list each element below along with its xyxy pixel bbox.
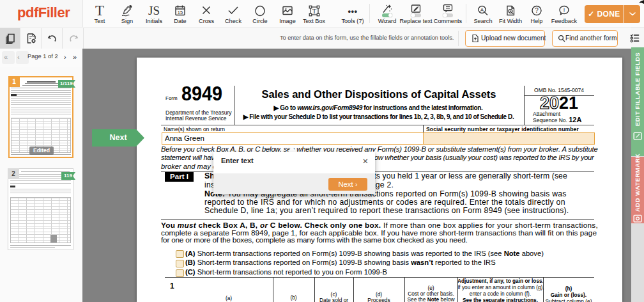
svg-text:?: ? xyxy=(535,7,539,14)
svg-text:!: ! xyxy=(564,7,565,13)
svg-text:T: T xyxy=(312,8,316,15)
svg-text:15: 15 xyxy=(178,10,183,15)
svg-text:A: A xyxy=(480,7,484,13)
